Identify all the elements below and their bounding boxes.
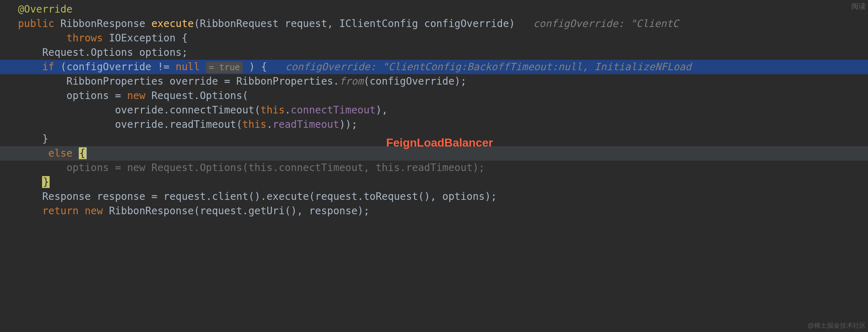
code-line[interactable]: options = new Request.Options( [0, 89, 868, 103]
method-call: getUri [248, 205, 285, 217]
method-call: execute [266, 190, 309, 202]
code-line[interactable]: Request.Options options; [0, 45, 868, 60]
keyword: new [127, 162, 145, 174]
static-method: from [339, 75, 363, 87]
keyword: else [48, 147, 72, 159]
code-line[interactable]: options = new Request.Options(this.conne… [0, 161, 868, 175]
var: options [67, 90, 109, 102]
paren: (), [418, 190, 437, 202]
dot: . [357, 190, 364, 202]
caret [86, 147, 87, 159]
brace: { [182, 32, 188, 44]
paren: ( [60, 61, 67, 73]
inline-hint: configOverride: "ClientC [533, 18, 679, 30]
dot: . [206, 190, 212, 202]
paren: ) [249, 61, 255, 73]
annotation-token: @Override [18, 3, 73, 15]
method-call: connectTimeout [169, 104, 254, 116]
keyword-this: this [260, 104, 284, 116]
operator: = [115, 90, 121, 102]
paren: ); [485, 190, 497, 202]
code-line[interactable]: Response response = request.client().exe… [0, 189, 868, 204]
code-line[interactable]: throws IOException { [0, 31, 868, 45]
paren: ); [454, 75, 467, 87]
keyword-this: this [376, 162, 400, 174]
type: Request.Options [42, 46, 133, 58]
keyword-this: this [242, 118, 266, 130]
code-editor[interactable]: 阅读 @Override public RibbonResponse execu… [0, 0, 868, 332]
method-call: client [212, 190, 248, 202]
var: override [115, 104, 164, 116]
field: connectTimeout [279, 162, 364, 174]
brace: { [261, 61, 267, 73]
keyword: new [127, 90, 145, 102]
brace-match: { [79, 147, 86, 159]
inline-hint: configOverride: "ClientConfig:BackoffTim… [285, 61, 691, 73]
type: Request.Options [151, 90, 242, 102]
type: Response [42, 190, 91, 202]
dot: . [242, 205, 248, 217]
operator: != [157, 61, 170, 73]
dot: . [266, 118, 273, 130]
keyword: if [42, 61, 54, 73]
keyword: return [42, 205, 78, 217]
type: RibbonRequest [200, 18, 279, 30]
keyword: new [84, 205, 103, 217]
semicolon: ; [182, 46, 188, 58]
method-call: toRequest [364, 190, 418, 202]
type: RibbonProperties [236, 75, 333, 87]
var: configOverride [67, 61, 151, 73]
paren: (). [248, 190, 267, 202]
paren: (), [285, 205, 303, 217]
null-literal: null [175, 61, 200, 73]
var: options [442, 190, 485, 202]
code-line[interactable]: @Override [0, 2, 868, 17]
field: readTimeout [406, 162, 472, 174]
debug-inlay: = true [206, 62, 243, 73]
field: connectTimeout [291, 104, 376, 116]
paren: ( [242, 162, 248, 174]
param: configOverride [424, 18, 509, 30]
code-line[interactable]: return new RibbonResponse(request.getUri… [0, 204, 868, 218]
paren: )); [339, 118, 357, 130]
comma: , [364, 162, 370, 174]
code-line-breakpoint[interactable]: if (configOverride != null = true ) { co… [0, 60, 868, 74]
paren: ( [254, 104, 260, 116]
dot: . [273, 162, 279, 174]
paren: ( [309, 190, 315, 202]
type: IOException [109, 32, 175, 44]
paren: ( [236, 118, 242, 130]
overlay-annotation: FeignLoadBalancer [386, 136, 493, 149]
brace-match: } [42, 176, 50, 188]
field: readTimeout [273, 118, 339, 130]
code-line[interactable]: public RibbonResponse execute(RibbonRequ… [0, 17, 868, 31]
code-line[interactable]: } [0, 175, 868, 189]
param: request [285, 18, 327, 30]
dot: . [164, 118, 170, 130]
var: response [309, 205, 357, 217]
brace: } [42, 133, 48, 145]
code-line[interactable]: override.connectTimeout(this.connectTime… [0, 103, 868, 117]
var: request [200, 205, 242, 217]
keyword-this: this [248, 162, 273, 174]
keyword: public [18, 18, 54, 30]
var: options [139, 46, 182, 58]
var: override [169, 75, 218, 87]
operator: = [224, 75, 230, 87]
paren: ), [376, 104, 388, 116]
code-line[interactable]: override.readTimeout(this.readTimeout)); [0, 117, 868, 132]
paren: ); [472, 162, 485, 174]
paren: ( [364, 75, 370, 87]
type: RibbonResponse [60, 18, 145, 30]
keyword: throws [67, 32, 103, 44]
method-name: execute [151, 18, 194, 30]
dot: . [333, 75, 339, 87]
operator: = [151, 190, 157, 202]
watermark: @稀土掘金技术社区 [808, 321, 866, 330]
dot: . [400, 162, 406, 174]
paren: ( [242, 90, 248, 102]
code-line[interactable]: RibbonProperties override = RibbonProper… [0, 74, 868, 89]
operator: = [115, 162, 121, 174]
var: request [164, 190, 206, 202]
method-call: readTimeout [169, 118, 236, 130]
